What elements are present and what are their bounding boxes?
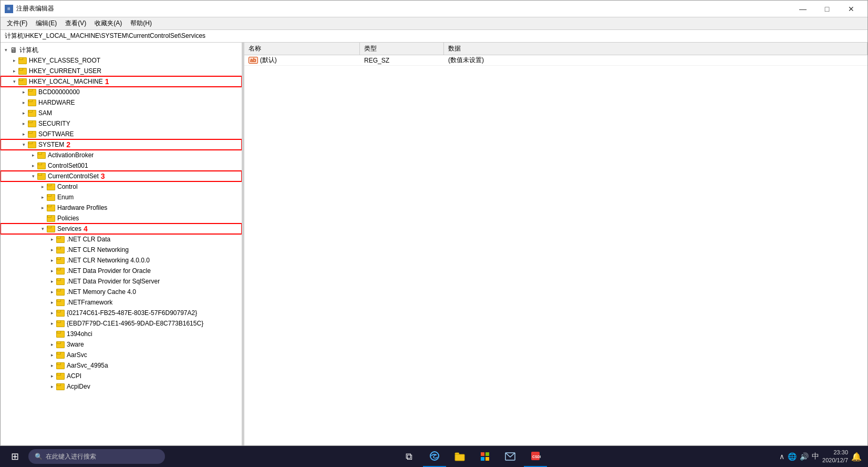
time-block[interactable]: 23:30 2020/12/7 xyxy=(822,449,848,465)
folder-icon-hklm xyxy=(18,78,27,85)
folder-icon-acpidev xyxy=(56,383,65,390)
tree-item-net-data-oracle[interactable]: .NET Data Provider for Oracle xyxy=(1,266,242,276)
cell-name: ab (默认) xyxy=(244,56,360,65)
tree-item-net-memory-cache[interactable]: .NET Memory Cache 4.0 xyxy=(1,287,242,297)
tree-item-enum[interactable]: Enum xyxy=(1,192,242,202)
taskbar-right: ∧ 🌐 🔊 中 23:30 2020/12/7 🔔 xyxy=(779,449,866,465)
tree-item-hkcu[interactable]: HKEY_CURRENT_USER xyxy=(1,66,242,76)
registry-editor-window: ≡ 注册表编辑器 — □ ✕ 文件(F) 编辑(E) 查看(V) 收藏夹(A) … xyxy=(0,0,868,446)
network-icon[interactable]: 🌐 xyxy=(788,452,797,461)
tree-scroll[interactable]: 🖥 计算机 HKEY_CLASSES_ROOT HKEY_CURRENT_USE… xyxy=(1,43,242,445)
tree-item-acpidev[interactable]: AcpiDev xyxy=(1,381,242,392)
svg-text:CSDN: CSDN xyxy=(532,455,541,459)
folder-icon-netframework xyxy=(56,299,65,306)
tree-item-bcd[interactable]: BCD00000000 xyxy=(1,87,242,97)
menu-edit[interactable]: 编辑(E) xyxy=(32,18,61,29)
col-header-data[interactable]: 数据 xyxy=(444,43,867,55)
menu-help[interactable]: 帮助(H) xyxy=(126,18,156,29)
tree-label-controlset001: ControlSet001 xyxy=(48,162,88,169)
tree-label-net-data-oracle: .NET Data Provider for Oracle xyxy=(67,267,151,275)
arrow-software xyxy=(19,130,28,138)
start-button[interactable]: ⊞ xyxy=(2,446,27,467)
tree-item-guid2[interactable]: {EBD7F79D-C1E1-4965-9DAD-E8C773B1615C} xyxy=(1,318,242,329)
tree-item-net-clr-data[interactable]: .NET CLR Data xyxy=(1,234,242,245)
minimize-button[interactable]: — xyxy=(791,1,815,17)
table-row[interactable]: ab (默认) REG_SZ (数值未设置) xyxy=(244,55,867,66)
edge-button[interactable] xyxy=(423,446,446,467)
cell-data-text: (数值未设置) xyxy=(448,56,484,64)
breadcrumb-text: 计算机\HKEY_LOCAL_MACHINE\SYSTEM\CurrentCon… xyxy=(5,32,205,40)
tree-item-net-data-sqlserver[interactable]: .NET Data Provider for SqlServer xyxy=(1,276,242,287)
folder-icon-hardware-profiles xyxy=(47,204,55,211)
menu-favorites[interactable]: 收藏夹(A) xyxy=(90,18,126,29)
folder-icon-guid2 xyxy=(56,320,65,327)
window-title: 注册表编辑器 xyxy=(16,4,791,13)
folder-icon-system xyxy=(28,141,36,148)
svg-rect-2 xyxy=(481,452,484,456)
csdn-icon: CSDN xyxy=(530,451,541,461)
tree-item-hklm[interactable]: HKEY_LOCAL_MACHINE 1 xyxy=(1,76,242,87)
tree-item-net-clr-networking[interactable]: .NET CLR Networking xyxy=(1,245,242,255)
task-view-button[interactable]: ⧉ xyxy=(398,446,421,467)
folder-icon-enum xyxy=(47,194,55,201)
tree-item-sam[interactable]: SAM xyxy=(1,108,242,118)
mail-button[interactable] xyxy=(499,446,522,467)
arrow-aarsvc xyxy=(48,351,56,359)
tree-item-net-clr-networking-4000[interactable]: .NET CLR Networking 4.0.0.0 xyxy=(1,255,242,266)
tree-item-control[interactable]: Control xyxy=(1,181,242,192)
tree-item-3ware[interactable]: 3ware xyxy=(1,339,242,350)
folder-icon-hkcu xyxy=(18,67,27,75)
arrow-bcd xyxy=(19,88,28,96)
tree-item-activationbroker[interactable]: ActivationBroker xyxy=(1,150,242,160)
tree-item-acpi[interactable]: ACPI xyxy=(1,371,242,381)
file-explorer-button[interactable] xyxy=(448,446,471,467)
tree-item-software[interactable]: SOFTWARE xyxy=(1,129,242,139)
tree-label-hkcr: HKEY_CLASSES_ROOT xyxy=(29,57,100,64)
tree-item-hkcr[interactable]: HKEY_CLASSES_ROOT xyxy=(1,55,242,66)
notification-icon[interactable]: 🔔 xyxy=(851,452,862,462)
cell-type-text: REG_SZ xyxy=(364,57,389,64)
col-header-type[interactable]: 类型 xyxy=(360,43,444,55)
volume-icon[interactable]: 🔊 xyxy=(800,452,809,461)
tree-item-1394ohci[interactable]: 1394ohci xyxy=(1,329,242,339)
csdn-button[interactable]: CSDN xyxy=(524,446,547,467)
tree-label-1394ohci: 1394ohci xyxy=(67,330,92,338)
tree-item-computer[interactable]: 🖥 计算机 xyxy=(1,45,242,55)
time-display: 23:30 xyxy=(822,449,848,456)
cell-data: (数值未设置) xyxy=(444,56,867,65)
arrow-net-data-oracle xyxy=(48,267,56,275)
ime-icon[interactable]: 中 xyxy=(812,452,819,461)
tree-item-hardware[interactable]: HARDWARE xyxy=(1,97,242,108)
tree-item-hardware-profiles[interactable]: Hardware Profiles xyxy=(1,202,242,213)
store-button[interactable] xyxy=(473,446,497,467)
tree-item-guid1[interactable]: {02174C61-FB25-487E-803E-57F6D90797A2} xyxy=(1,308,242,318)
menu-view[interactable]: 查看(V) xyxy=(61,18,90,29)
menu-file[interactable]: 文件(F) xyxy=(3,18,32,29)
tree-label-3ware: 3ware xyxy=(67,341,84,348)
tree-item-system[interactable]: SYSTEM 2 xyxy=(1,139,242,150)
tree-item-currentcontrolset[interactable]: CurrentControlSet 3 xyxy=(1,171,242,181)
tree-item-controlset001[interactable]: ControlSet001 xyxy=(1,160,242,171)
tree-label-net-clr-networking-4000: .NET CLR Networking 4.0.0.0 xyxy=(67,257,150,264)
tree-item-policies[interactable]: Policies xyxy=(1,213,242,224)
arrow-3ware xyxy=(48,340,56,349)
folder-icon-acpi xyxy=(56,372,65,380)
col-header-name[interactable]: 名称 xyxy=(244,43,360,55)
chevron-up-icon[interactable]: ∧ xyxy=(779,452,784,461)
maximize-button[interactable]: □ xyxy=(815,1,839,17)
search-bar[interactable]: 🔍 在此键入进行搜索 xyxy=(28,449,165,464)
tree-item-security[interactable]: SECURITY xyxy=(1,118,242,129)
tree-label-security: SECURITY xyxy=(38,120,70,127)
arrow-hklm xyxy=(10,77,18,86)
tree-item-netframework[interactable]: .NETFramework xyxy=(1,297,242,308)
tree-item-aarsvc-4995a[interactable]: AarSvc_4995a xyxy=(1,360,242,371)
tree-label-control: Control xyxy=(57,183,78,190)
arrow-net-memory-cache xyxy=(48,288,56,296)
tree-label-net-memory-cache: .NET Memory Cache 4.0 xyxy=(67,288,136,296)
tree-label-guid1: {02174C61-FB25-487E-803E-57F6D90797A2} xyxy=(67,309,197,317)
tree-item-services[interactable]: Services 4 xyxy=(1,224,242,234)
right-pane: 名称 类型 数据 ab (默认) REG_SZ xyxy=(244,43,867,445)
folder-icon-control xyxy=(47,183,55,190)
close-button[interactable]: ✕ xyxy=(839,1,863,17)
tree-item-aarsvc[interactable]: AarSvc xyxy=(1,350,242,360)
